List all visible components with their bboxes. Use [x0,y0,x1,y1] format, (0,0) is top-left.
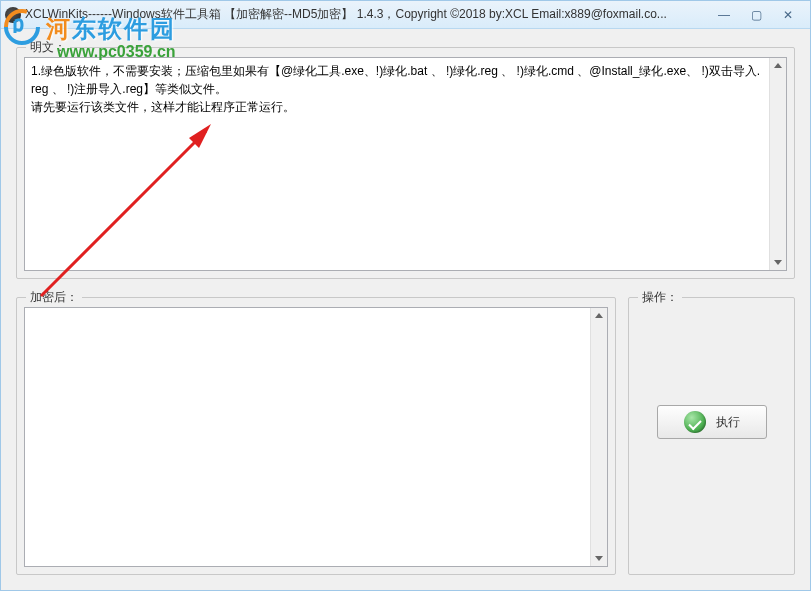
encrypted-vscrollbar[interactable] [590,308,607,566]
action-group: 操作： 执行 [628,291,795,575]
plaintext-textarea[interactable]: 1.绿色版软件，不需要安装；压缩包里如果有【@绿化工具.exe、!)绿化.bat… [25,58,769,270]
plaintext-line2: 请先要运行该类文件，这样才能让程序正常运行。 [31,100,295,114]
minimize-button[interactable]: — [712,6,736,24]
plaintext-group-label: 明文： [26,39,70,56]
encrypted-group: 加密后： [16,291,616,575]
close-button[interactable]: ✕ [776,6,800,24]
titlebar[interactable]: XCLWinKits------Windows软件工具箱 【加密解密--MD5加… [1,1,810,29]
plaintext-textarea-wrap: 1.绿色版软件，不需要安装；压缩包里如果有【@绿化工具.exe、!)绿化.bat… [24,57,787,271]
plaintext-vscrollbar[interactable] [769,58,786,270]
app-window: XCLWinKits------Windows软件工具箱 【加密解密--MD5加… [0,0,811,591]
encrypted-textarea[interactable] [25,308,590,566]
client-area: 明文： 1.绿色版软件，不需要安装；压缩包里如果有【@绿化工具.exe、!)绿化… [2,29,809,589]
maximize-button[interactable]: ▢ [744,6,768,24]
encrypted-group-label: 加密后： [26,289,82,306]
check-icon [684,411,706,433]
window-controls: — ▢ ✕ [712,6,806,24]
execute-button[interactable]: 执行 [657,405,767,439]
app-icon [5,7,21,23]
plaintext-line1: 1.绿色版软件，不需要安装；压缩包里如果有【@绿化工具.exe、!)绿化.bat… [31,64,760,96]
encrypted-textarea-wrap [24,307,608,567]
plaintext-group: 明文： 1.绿色版软件，不需要安装；压缩包里如果有【@绿化工具.exe、!)绿化… [16,41,795,279]
action-group-label: 操作： [638,289,682,306]
window-title: XCLWinKits------Windows软件工具箱 【加密解密--MD5加… [25,6,712,23]
execute-button-label: 执行 [716,414,740,431]
